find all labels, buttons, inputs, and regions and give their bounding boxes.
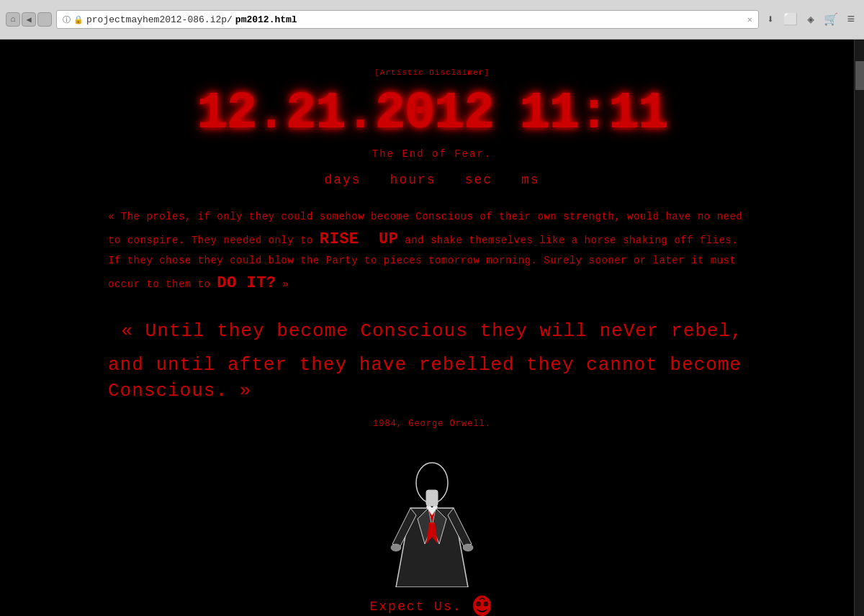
menu-icon[interactable]: ≡ [844, 12, 858, 27]
hours-label: hours [390, 173, 436, 187]
attribution-text: 1984, George Orwell. [373, 419, 491, 429]
clock-display: 12.21.2012 11:11 [197, 88, 667, 140]
svg-point-5 [475, 601, 480, 606]
page-content: [Artistic Disclaimer] 12.21.2012 11:11 T… [0, 40, 864, 616]
clock-time: 11:11 [519, 88, 667, 140]
clock-date: 12.21.2012 [197, 88, 493, 140]
rise-up-text: RISE UP [320, 230, 399, 248]
anonymous-figure [389, 450, 475, 580]
figure-svg [389, 450, 475, 587]
main-quote-line2: and until after they have rebelled they … [108, 352, 756, 404]
forward-button[interactable]: ▶ [37, 12, 52, 27]
svg-point-6 [483, 601, 488, 606]
countdown-labels: days hours sec ms [324, 173, 539, 187]
pocket-icon[interactable]: ◈ [804, 12, 818, 27]
end-of-fear-text: The End of Fear. [372, 148, 492, 160]
sec-label: sec [465, 173, 492, 187]
ms-label: ms [521, 173, 540, 187]
address-bar[interactable]: ⓘ 🔒 projectmayhem2012-086.i2p/pm2012.htm… [56, 10, 759, 29]
url-path: pm2012.html [235, 14, 297, 25]
do-it-text: DO IT? [217, 274, 276, 292]
lock-icon: 🔒 [73, 15, 84, 24]
svg-point-3 [463, 544, 473, 551]
home-button[interactable]: ⌂ [6, 12, 20, 27]
back-button[interactable]: ◀ [22, 12, 36, 27]
download-icon[interactable]: ⬇ [763, 12, 778, 27]
days-label: days [324, 173, 361, 187]
window-icon[interactable]: ⬜ [783, 12, 798, 27]
url-prefix: projectmayhem2012-086.i2p/ [86, 14, 233, 25]
browser-chrome: ⌂ ◀ ▶ ⓘ 🔒 projectmayhem2012-086.i2p/pm20… [0, 0, 864, 40]
svg-point-2 [391, 544, 401, 551]
cart-icon[interactable]: 🛒 [824, 12, 838, 27]
close-icon[interactable]: ✕ [747, 14, 752, 25]
toolbar-right: ⬇ ⬜ ◈ 🛒 ≡ [763, 12, 858, 27]
disclaimer-text: [Artistic Disclaimer] [374, 68, 490, 77]
quote-paragraph: « The proles, if only they could somehow… [108, 209, 756, 296]
scrollbar[interactable] [854, 40, 864, 616]
scrollbar-thumb[interactable] [855, 61, 864, 90]
expect-us-container: Expect Us. [369, 594, 494, 616]
expect-us-text: Expect Us. [369, 599, 462, 614]
mask-icon [469, 594, 495, 616]
info-icon: ⓘ [63, 14, 71, 25]
main-quote-line1: « Until they become Conscious they will … [121, 318, 742, 344]
